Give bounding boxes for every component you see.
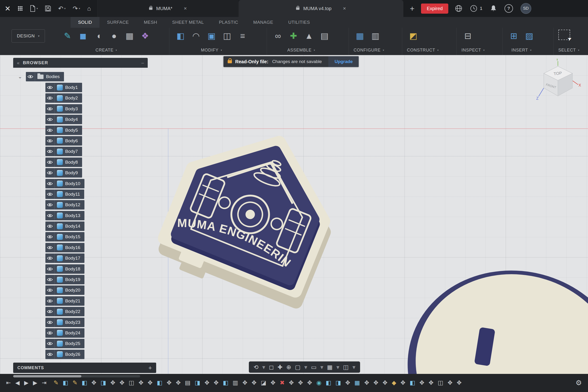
visibility-eye-icon[interactable] <box>46 83 54 92</box>
fillet-icon[interactable]: ◠ <box>190 30 202 42</box>
align-feature-icon[interactable]: ▤ <box>185 379 190 386</box>
save-icon[interactable] <box>45 6 51 12</box>
body-row[interactable]: Body4 <box>46 115 82 124</box>
body-row[interactable]: Body18 <box>46 264 84 274</box>
insert-link-icon[interactable]: ∞ <box>272 30 284 42</box>
move-feature-icon[interactable]: ✥ <box>428 379 434 386</box>
body-row[interactable]: Body24 <box>46 328 84 338</box>
visibility-eye-icon[interactable] <box>46 200 54 210</box>
shell-icon[interactable]: ▣ <box>205 30 218 42</box>
viewcube[interactable]: TOP FRONT Y X Z <box>534 59 582 106</box>
move-feature-icon[interactable]: ✥ <box>252 379 256 386</box>
move-feature-icon[interactable]: ✥ <box>307 379 312 386</box>
sketch-feature-icon[interactable]: ✎ <box>72 379 78 386</box>
body-row[interactable]: Body12 <box>46 200 84 210</box>
ribbon-tab-surface[interactable]: SURFACE <box>100 17 136 28</box>
body-row[interactable]: Body2 <box>46 93 82 103</box>
extrude-feature-icon[interactable]: ◨ <box>195 379 200 386</box>
body-row[interactable]: Body3 <box>46 104 82 114</box>
visibility-eye-icon[interactable] <box>46 286 54 295</box>
visibility-eye-icon[interactable] <box>46 254 54 263</box>
extrude-feature-icon[interactable]: ◧ <box>157 379 162 386</box>
move-feature-icon[interactable]: ✥ <box>448 379 452 386</box>
go-to-end-button[interactable]: ⇥ <box>42 380 46 386</box>
body-row[interactable]: Body15 <box>46 232 84 242</box>
body-row[interactable]: Body9 <box>46 168 82 178</box>
inspect-menu[interactable]: INSPECT▾ <box>462 48 485 53</box>
move-feature-icon[interactable]: ✥ <box>364 379 369 386</box>
move-feature-icon[interactable]: ✥ <box>242 379 248 386</box>
modify-menu[interactable]: MODIFY▾ <box>174 48 249 53</box>
ribbon-tab-mesh[interactable]: MESH <box>136 17 165 28</box>
select-menu[interactable]: SELECT▾ <box>558 48 580 53</box>
body-row[interactable]: Body11 <box>46 190 84 199</box>
move-feature-icon[interactable]: ✥ <box>345 379 350 386</box>
avatar[interactable]: SD <box>520 3 531 14</box>
combine-feature-icon[interactable]: ◪ <box>261 379 266 386</box>
file-menu-icon[interactable]: ▾ <box>30 5 38 12</box>
visibility-eye-icon[interactable] <box>46 93 54 103</box>
insert-image-icon[interactable]: ▨ <box>523 30 536 42</box>
app-grid-icon[interactable] <box>18 6 23 11</box>
box-icon[interactable]: ◼ <box>77 30 90 42</box>
move-feature-icon[interactable]: ✥ <box>176 379 181 386</box>
visibility-eye-icon[interactable] <box>46 168 54 178</box>
extensions-globe-icon[interactable] <box>455 5 462 12</box>
move-feature-icon[interactable]: ✥ <box>419 379 424 386</box>
sketch-feature-icon[interactable]: ✎ <box>54 379 58 386</box>
error-feature-icon[interactable]: ✖ <box>280 379 284 386</box>
visibility-eye-icon[interactable] <box>46 339 54 348</box>
construct-plane-icon[interactable]: ◩ <box>407 30 420 42</box>
visibility-eye-icon[interactable] <box>46 147 54 156</box>
body-row[interactable]: Body19 <box>46 275 84 284</box>
visibility-eye-icon[interactable] <box>46 115 54 124</box>
zoom-icon[interactable]: ⊕ <box>286 364 291 370</box>
extrude-feature-icon[interactable]: ◨ <box>336 379 341 386</box>
move-feature-icon[interactable]: ✥ <box>148 379 153 386</box>
redo-icon[interactable]: ↷▾ <box>73 5 80 12</box>
ellipse-model[interactable] <box>384 246 588 374</box>
combine-feature-icon[interactable]: ◫ <box>129 379 134 386</box>
undo-icon[interactable]: ↶▾ <box>58 5 66 12</box>
assemble-menu[interactable]: ASSEMBLE▾ <box>272 48 331 53</box>
caret-icon[interactable]: ▾ <box>352 364 356 370</box>
viewports-icon[interactable]: ◫ <box>343 364 349 370</box>
press-pull-icon[interactable]: ◧ <box>174 30 187 42</box>
configure-table-icon[interactable]: ▦ <box>354 30 366 42</box>
move-feature-icon[interactable]: ✥ <box>214 379 219 386</box>
ribbon-tab-sheet-metal[interactable]: SHEET METAL <box>165 17 212 28</box>
expired-button[interactable]: Expired <box>421 4 448 14</box>
upgrade-button[interactable]: Upgrade <box>328 56 359 67</box>
body-row[interactable]: Body17 <box>46 254 84 263</box>
move-feature-icon[interactable]: ✥ <box>166 379 172 386</box>
move-feature-icon[interactable]: ✥ <box>92 379 96 386</box>
visibility-eye-icon[interactable] <box>46 104 54 114</box>
badge-model[interactable]: MUMA ENGINEERING <box>156 116 349 314</box>
visibility-eye-icon[interactable] <box>46 126 54 135</box>
body-row[interactable]: Body8 <box>46 158 82 167</box>
move-feature-icon[interactable]: ✥ <box>374 379 378 386</box>
caret-icon[interactable]: ▾ <box>320 364 324 370</box>
move-feature-icon[interactable]: ✥ <box>204 379 210 386</box>
move-feature-icon[interactable]: ✥ <box>270 379 276 386</box>
visibility-eye-icon[interactable] <box>46 179 54 188</box>
body-row[interactable]: Body22 <box>46 307 84 316</box>
grid-icon[interactable]: ▦ <box>327 364 333 370</box>
change-parameters-icon[interactable]: ≡ <box>236 30 249 42</box>
extrude-feature-icon[interactable]: ◧ <box>326 379 332 386</box>
configure-menu[interactable]: CONFIGURE▾ <box>354 48 384 53</box>
body-row[interactable]: Body21 <box>46 296 84 306</box>
home-icon[interactable]: ⌂ <box>87 5 91 12</box>
form-feature-icon[interactable]: ◆ <box>392 379 396 386</box>
caret-icon[interactable]: ▾ <box>304 364 308 370</box>
create-form-icon[interactable]: ❖ <box>139 30 152 42</box>
body-row[interactable]: Body14 <box>46 222 84 231</box>
visibility-eye-icon[interactable] <box>46 328 54 338</box>
select-icon[interactable]: ➤ <box>558 30 570 40</box>
expand-chevron-icon[interactable]: ⌄ <box>18 76 22 78</box>
ribbon-tab-manage[interactable]: MANAGE <box>246 17 281 28</box>
body-row[interactable]: Body23 <box>46 318 84 327</box>
document-tab-muma-v4[interactable]: MUMA v4.top ✕ <box>238 0 403 17</box>
pattern-icon[interactable]: ▦ <box>123 30 136 42</box>
help-icon[interactable]: ? <box>504 4 513 13</box>
